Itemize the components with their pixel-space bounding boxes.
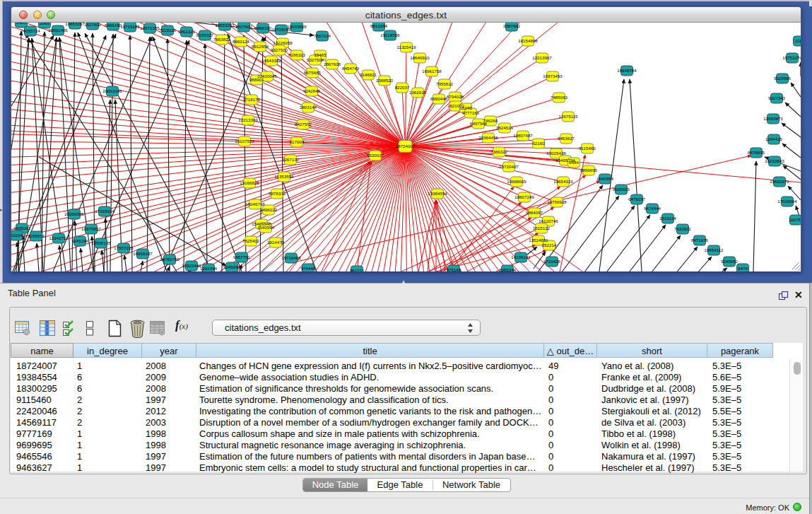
svg-text:12213967: 12213967 (532, 55, 552, 60)
svg-text:1244415: 1244415 (765, 136, 783, 141)
svg-text:9245652: 9245652 (721, 259, 739, 264)
svg-text:7632621: 7632621 (674, 226, 692, 231)
svg-text:16961758: 16961758 (422, 69, 442, 74)
svg-text:2933114: 2933114 (659, 216, 676, 221)
svg-text:20691406: 20691406 (48, 28, 68, 33)
svg-text:9227343: 9227343 (768, 95, 786, 100)
svg-text:6484: 6484 (569, 160, 579, 165)
svg-text:8813054: 8813054 (370, 23, 388, 28)
svg-text:13524851: 13524851 (529, 238, 548, 243)
svg-text:1527602: 1527602 (84, 23, 102, 27)
svg-text:974444: 974444 (301, 266, 316, 271)
svg-text:8155327: 8155327 (196, 33, 214, 37)
svg-text:24055724: 24055724 (20, 28, 40, 33)
svg-text:62160: 62160 (532, 141, 545, 146)
svg-text:9327500: 9327500 (271, 47, 288, 52)
svg-text:1527602: 1527602 (235, 24, 253, 29)
svg-text:18807249: 18807249 (514, 194, 534, 199)
svg-text:8938923: 8938923 (613, 187, 630, 192)
svg-text:5878332: 5878332 (269, 191, 286, 196)
svg-text:9327508: 9327508 (307, 57, 324, 62)
svg-text:19384554: 19384554 (428, 191, 447, 196)
svg-text:14136141: 14136141 (511, 255, 531, 259)
svg-text:3267130: 3267130 (282, 157, 300, 162)
svg-text:19756928: 19756928 (547, 199, 567, 204)
svg-text:10958107: 10958107 (133, 251, 153, 256)
svg-text:8675685: 8675685 (304, 70, 322, 75)
svg-text:12923446: 12923446 (182, 263, 201, 268)
svg-text:1640954: 1640954 (596, 176, 614, 181)
svg-text:1733426: 1733426 (543, 259, 561, 264)
svg-text:15692971: 15692971 (770, 179, 789, 184)
svg-text:9461321: 9461321 (178, 29, 196, 34)
svg-text:12093873: 12093873 (763, 116, 783, 121)
svg-text:3624514: 3624514 (496, 125, 514, 130)
svg-text:10107553: 10107553 (235, 139, 254, 144)
svg-text:13226058: 13226058 (273, 40, 293, 45)
svg-text:2867608: 2867608 (324, 62, 341, 66)
svg-text:1065344: 1065344 (499, 267, 517, 271)
svg-text:1540994: 1540994 (257, 225, 275, 230)
svg-text:7663822: 7663822 (213, 37, 231, 42)
svg-text:8912954: 8912954 (252, 44, 269, 49)
svg-text:15751074: 15751074 (782, 55, 801, 60)
svg-text:9777169: 9777169 (462, 110, 480, 115)
svg-text:9245092: 9245092 (223, 264, 241, 269)
svg-text:17359924: 17359924 (95, 209, 114, 214)
svg-text:9115460: 9115460 (579, 146, 596, 151)
svg-text:9329966: 9329966 (774, 76, 792, 81)
svg-text:1145194: 1145194 (71, 238, 88, 243)
svg-text:19218506: 19218506 (380, 33, 400, 37)
svg-text:9884067: 9884067 (526, 210, 543, 215)
svg-text:6479197: 6479197 (628, 197, 646, 201)
svg-text:16245: 16245 (459, 105, 472, 110)
svg-text:16648784: 16648784 (617, 68, 637, 73)
svg-text:8454749: 8454749 (342, 66, 360, 71)
svg-text:8471676: 8471676 (691, 238, 709, 243)
svg-text:1530027: 1530027 (367, 153, 384, 158)
svg-text:16210643: 16210643 (765, 158, 784, 163)
svg-text:252214: 252214 (542, 243, 557, 247)
svg-text:7955812: 7955812 (436, 81, 454, 86)
svg-text:876169: 876169 (447, 267, 461, 271)
svg-text:6466160: 6466160 (105, 23, 122, 28)
svg-text:12975115: 12975115 (558, 114, 578, 119)
svg-text:9242848: 9242848 (303, 88, 321, 93)
svg-text:16120746: 16120746 (539, 218, 558, 223)
svg-text:20053346: 20053346 (102, 88, 122, 93)
svg-text:8186323: 8186323 (288, 52, 306, 57)
svg-text:961771: 961771 (350, 268, 365, 271)
svg-text:16571355: 16571355 (140, 25, 160, 30)
svg-text:16046768: 16046768 (245, 201, 265, 206)
svg-text:9146821: 9146821 (360, 72, 377, 77)
svg-text:9463627: 9463627 (558, 136, 575, 141)
svg-text:1362615: 1362615 (409, 90, 427, 95)
svg-text:2718176: 2718176 (243, 97, 261, 102)
svg-text:9457791: 9457791 (233, 255, 251, 259)
svg-text:988901: 988901 (249, 77, 264, 82)
svg-text:116753: 116753 (789, 217, 801, 222)
svg-text:7515526: 7515526 (159, 28, 177, 33)
svg-text:16033809: 16033809 (287, 24, 307, 29)
svg-text:10973493: 10973493 (543, 74, 563, 78)
svg-text:6794028: 6794028 (447, 94, 464, 99)
svg-text:19654923: 19654923 (553, 179, 573, 184)
svg-text:10807487: 10807487 (513, 133, 533, 138)
svg-text:10654112: 10654112 (704, 247, 724, 252)
svg-text:10975857: 10975857 (81, 226, 101, 231)
svg-text:18724007: 18724007 (396, 144, 416, 148)
svg-text:1435061: 1435061 (13, 226, 31, 230)
svg-text:8660124: 8660124 (233, 39, 250, 44)
svg-text:822037: 822037 (395, 85, 410, 90)
svg-text:6466160: 6466160 (254, 25, 272, 30)
svg-text:10688609: 10688609 (507, 179, 526, 184)
svg-text:2069: 2069 (40, 23, 49, 25)
svg-text:3911547: 3911547 (11, 233, 25, 238)
svg-text:9474444: 9474444 (644, 206, 661, 211)
svg-text:18640910: 18640910 (410, 55, 430, 60)
svg-text:2803144: 2803144 (300, 105, 317, 110)
svg-text:16154808: 16154808 (518, 38, 538, 43)
svg-text:10653267: 10653267 (65, 23, 85, 26)
svg-text:2405: 2405 (16, 23, 26, 25)
svg-text:12213369: 12213369 (238, 117, 258, 122)
